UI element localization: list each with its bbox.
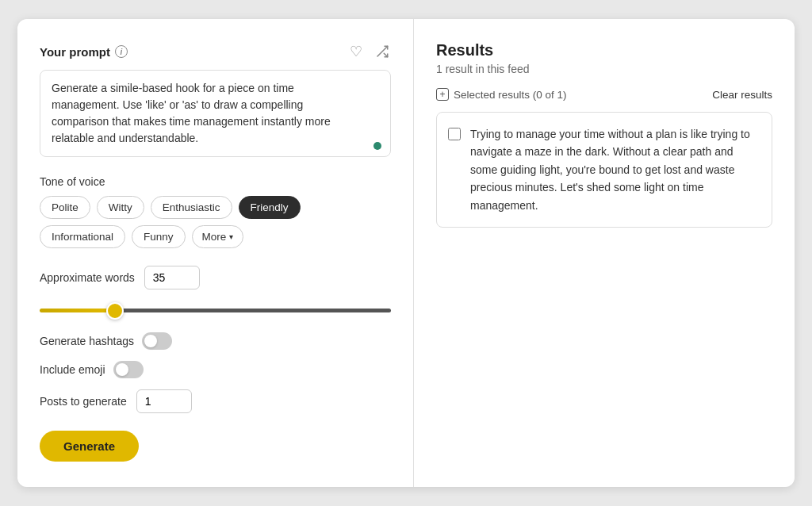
tone-btn-witty[interactable]: Witty: [97, 196, 144, 219]
tone-btn-funny[interactable]: Funny: [132, 225, 186, 248]
generate-button[interactable]: Generate: [40, 431, 139, 462]
shuffle-button[interactable]: [373, 43, 391, 60]
hashtags-thumb: [144, 335, 157, 347]
tone-label: Tone of voice: [40, 175, 391, 188]
right-panel: Results 1 result in this feed + Selected…: [414, 19, 795, 487]
hashtags-row: Generate hashtags: [40, 332, 391, 350]
prompt-title: Your prompt i: [40, 45, 128, 59]
chevron-down-icon: ▾: [229, 232, 233, 241]
posts-row: Posts to generate: [40, 389, 391, 413]
words-row: Approximate words: [40, 266, 391, 289]
results-bar: + Selected results (0 of 1) Clear result…: [436, 88, 772, 101]
selected-results-label: Selected results (0 of 1): [454, 89, 567, 101]
heart-button[interactable]: ♡: [348, 41, 364, 62]
prompt-icons: ♡: [348, 41, 391, 62]
emoji-row: Include emoji: [40, 361, 391, 378]
clear-results-button[interactable]: Clear results: [712, 89, 772, 101]
tone-buttons: Polite Witty Enthusiastic Friendly Infor…: [40, 196, 391, 248]
result-checkbox[interactable]: [448, 128, 461, 140]
result-text: Trying to manage your time without a pla…: [470, 125, 759, 214]
results-count: 1 result in this feed: [436, 63, 772, 75]
prompt-title-text: Your prompt: [40, 45, 110, 59]
left-panel: Your prompt i ♡ Generate a simile-based …: [17, 19, 414, 487]
tone-btn-enthusiastic[interactable]: Enthusiastic: [151, 196, 232, 219]
expand-icon: +: [436, 88, 449, 101]
emoji-thumb: [116, 363, 128, 376]
prompt-textarea[interactable]: Generate a simile-based hook for a piece…: [40, 70, 391, 157]
tone-btn-friendly[interactable]: Friendly: [239, 196, 301, 219]
emoji-label: Include emoji: [40, 363, 105, 376]
textarea-wrapper: Generate a simile-based hook for a piece…: [40, 70, 391, 159]
tone-btn-more[interactable]: More ▾: [192, 225, 244, 248]
words-label: Approximate words: [40, 271, 135, 284]
posts-label: Posts to generate: [40, 395, 127, 408]
main-container: Your prompt i ♡ Generate a simile-based …: [17, 19, 795, 487]
tone-btn-polite[interactable]: Polite: [40, 196, 90, 219]
hashtags-label: Generate hashtags: [40, 335, 134, 347]
words-slider[interactable]: [40, 309, 391, 312]
tone-btn-informational[interactable]: Informational: [40, 225, 125, 248]
dot-indicator: [373, 142, 381, 150]
hashtags-toggle[interactable]: [142, 332, 172, 350]
result-card: Trying to manage your time without a pla…: [436, 112, 772, 228]
results-title: Results: [436, 41, 772, 59]
prompt-header: Your prompt i ♡: [40, 41, 391, 62]
info-icon: i: [115, 45, 128, 58]
posts-input[interactable]: [136, 389, 192, 413]
words-input[interactable]: [144, 266, 200, 289]
selected-results: + Selected results (0 of 1): [436, 88, 567, 101]
slider-wrapper: [40, 302, 391, 315]
emoji-toggle[interactable]: [113, 361, 144, 378]
